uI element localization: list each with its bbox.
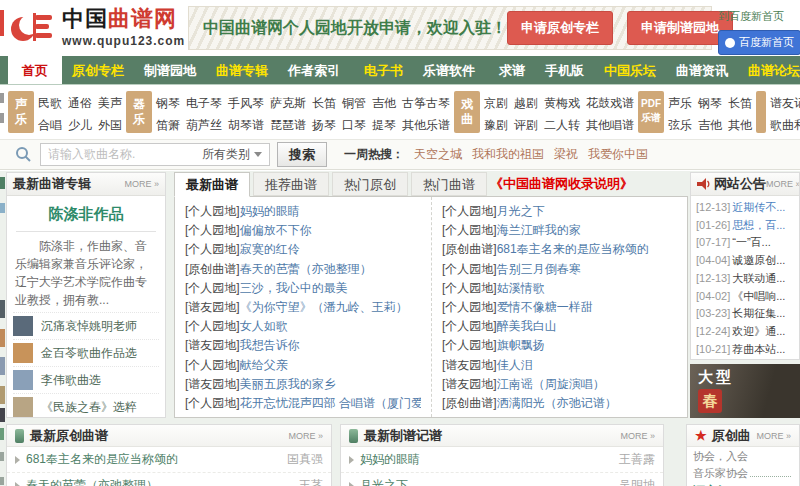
original-score-item[interactable]: 681奉主名来的是应当称颂的 国真强 [7,447,331,473]
hot-search-link[interactable]: 我和我的祖国 [472,146,544,163]
category-link[interactable]: 钢琴 [698,95,722,112]
category-link[interactable]: 钢琴 [156,95,180,112]
score-item[interactable]: [谱友园地]我想告诉你 [185,336,421,355]
announcement-item[interactable]: [12-24]欢迎》通... [696,323,794,341]
category-link[interactable]: 萨克斯 [270,95,306,112]
score-item[interactable]: [个人园地]醉美我白山 [442,317,677,336]
category-link[interactable]: 长笛 [312,95,336,112]
category-link[interactable]: 豫剧 [484,117,508,134]
latest-transcribed-more-link[interactable]: MORE » [620,431,655,441]
category-link[interactable]: 外国 [98,117,122,134]
category-link[interactable]: 胡琴谱 [228,117,264,134]
announcement-item[interactable]: [12-13]大联动通... [696,270,794,288]
category-link[interactable]: 笛箫 [156,117,180,134]
score-item[interactable]: [个人园地]献给父亲 [185,356,421,375]
score-item[interactable]: [个人园地]花开忘忧混声四部 合唱谱（厦门爱歌... [185,394,421,413]
category-link[interactable]: 提琴 [372,117,396,134]
album-list-item[interactable]: 沉痛哀悼姚明老师 [13,312,159,339]
announcement-item[interactable]: [12-13]近期传不... [696,199,794,217]
nav-author-index[interactable]: 作者索引 [278,56,350,84]
nav-forum[interactable]: 曲谱论坛 [738,56,800,84]
category-link[interactable]: 民歌 [38,95,62,112]
original-score-item[interactable]: 春天的芭蕾（亦弛整理） 王茎 [7,473,331,486]
score-item[interactable]: [个人园地]爱情不像糖一样甜 [442,298,677,317]
category-link[interactable]: 其他唱谱 [586,117,634,134]
nav-original-column[interactable]: 原创专栏 [62,56,134,84]
category-link[interactable]: 歌曲和弦 [770,117,800,134]
album-list-item[interactable]: 《民族之春》选粹 [13,393,159,418]
nav-ebook[interactable]: 电子书 [354,56,413,84]
nav-china-music[interactable]: 中国乐坛 [594,56,666,84]
score-item[interactable]: [个人园地]妈妈的眼睛 [185,202,421,221]
hot-search-link[interactable]: 天空之城 [414,146,462,163]
score-item[interactable]: [个人园地]寂寞的红伶 [185,240,421,259]
album-list-item[interactable]: 金百苓歌曲作品选 [13,339,159,366]
category-link[interactable]: 手风琴 [228,95,264,112]
site-logo[interactable]: 中国曲谱网 www.qupu123.com [10,7,185,49]
category-link[interactable]: 长笛 [728,95,752,112]
spring-ad-banner[interactable]: 大型 春 [690,364,800,418]
nav-request-score[interactable]: 求谱 [489,56,535,84]
category-link[interactable]: 黄梅戏 [544,95,580,112]
category-link[interactable]: 谱友记谱 [770,95,800,112]
score-item[interactable]: [谱友园地]美丽五原我的家乡 [185,375,421,394]
score-item[interactable]: [个人园地]偏偏放不下你 [185,221,421,240]
category-link[interactable]: 美声 [98,95,122,112]
hot-search-link[interactable]: 我爱你中国 [588,146,648,163]
score-item[interactable]: [原创曲谱]681奉主名来的是应当称颂的 [442,240,677,259]
tab-latest-scores[interactable]: 最新曲谱 [174,172,250,197]
nav-notation-garden[interactable]: 制谱园地 [134,56,206,84]
category-link[interactable]: 葫芦丝 [186,117,222,134]
category-link[interactable]: 京剧 [484,95,508,112]
category-link[interactable]: 电子琴 [186,95,222,112]
category-link[interactable]: 合唱 [38,117,62,134]
nav-mobile[interactable]: 手机版 [535,56,594,84]
score-item[interactable]: [个人园地]姑溪情歌 [442,279,677,298]
original-song-more-link[interactable]: MORE » [756,431,791,441]
inclusion-notice-link[interactable]: 《中国曲谱网收录说明》 [490,172,633,197]
category-label-vocal[interactable]: 声乐 [8,91,34,133]
nav-home[interactable]: 首页 [8,56,62,84]
tab-hot-scores[interactable]: 热门曲谱 [411,172,487,196]
category-label-opera[interactable]: 戏曲 [454,91,480,133]
category-link[interactable]: 评剧 [514,117,538,134]
category-link[interactable]: 通俗 [68,95,92,112]
transcribed-score-item[interactable]: 妈妈的眼睛 王善露 [341,447,663,473]
hot-search-link[interactable]: 梁祝 [554,146,578,163]
score-item[interactable]: [谱友园地]江南谣（周旋演唱） [442,375,677,394]
tab-hot-original[interactable]: 热门原创 [332,172,408,196]
announcement-item[interactable]: [01-26]思想，百... [696,217,794,235]
album-list-item[interactable]: 李伟歌曲选 [13,366,159,393]
search-input[interactable]: 请输入歌曲名称. 所有类别 [40,143,270,166]
score-item[interactable]: [原创曲谱]春天的芭蕾（亦弛整理） [185,260,421,279]
score-item[interactable]: [个人园地]女人如歌 [185,317,421,336]
nav-news[interactable]: 曲谱资讯 [666,56,738,84]
nav-software[interactable]: 乐谱软件 [413,56,485,84]
category-link[interactable]: 弦乐 [668,117,692,134]
nav-album[interactable]: 曲谱专辑 [206,56,278,84]
score-item[interactable]: [原创曲谱]洒满阳光（亦弛记谱） [442,394,677,413]
category-label-pdf[interactable]: PDF乐谱 [638,91,664,133]
announcement-item[interactable]: [03-23]长期征集... [696,305,794,323]
transcribed-score-item[interactable]: 月光之下 吴明坤 [341,473,663,486]
score-item[interactable]: [个人园地]海兰江畔我的家 [442,221,677,240]
score-item[interactable]: [个人园地]月光之下 [442,202,677,221]
category-link[interactable]: 扬琴 [312,117,336,134]
announcements-more-link[interactable]: MORE » [766,179,800,189]
album-more-link[interactable]: MORE » [124,179,159,189]
search-button[interactable]: 搜索 [277,142,327,167]
latest-original-more-link[interactable]: MORE » [288,431,323,441]
apply-original-column-button[interactable]: 申请原创专栏 [507,11,613,45]
category-link[interactable]: 吉他 [372,95,396,112]
score-item[interactable]: [个人园地]旗帜飘扬 [442,336,677,355]
category-select[interactable]: 所有类别 [202,146,250,163]
announcement-item[interactable]: [07-17]“一”百... [696,234,794,252]
announcement-item[interactable]: [04-04]诚邀原创... [696,252,794,270]
category-link[interactable]: 二人转 [544,117,580,134]
score-item[interactable]: [谱友园地]佳人泪 [442,356,677,375]
category-link[interactable]: 花鼓戏谱 [586,95,634,112]
tab-recommended-scores[interactable]: 推荐曲谱 [253,172,329,196]
score-item[interactable]: [个人园地]三沙，我心中的最美 [185,279,421,298]
category-link[interactable]: 铜管 [342,95,366,112]
category-label-instrumental[interactable]: 器乐 [126,91,152,133]
